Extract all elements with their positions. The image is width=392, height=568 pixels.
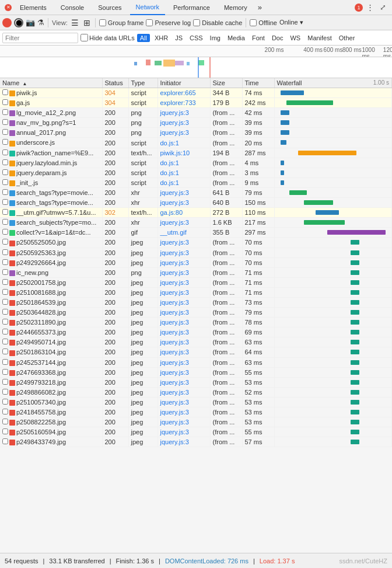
initiator-cell[interactable]: piwik.js:10 [158,148,210,158]
row-checkbox[interactable] [2,369,8,375]
preserve-log-checkbox[interactable] [146,19,153,26]
table-row[interactable]: jquery.deparam.js200scriptdo.js:1(from .… [0,168,392,177]
initiator-link[interactable]: do.js:1 [160,169,179,176]
table-row[interactable]: p2510081688.jpg200jpegjquery.js:3(from .… [0,287,392,297]
camera-icon[interactable]: 📷 [26,18,35,27]
close-button[interactable]: ✕ [5,4,12,11]
table-row[interactable]: p2494950714.jpg200jpegjquery.js:3(from .… [0,337,392,347]
row-checkbox[interactable] [2,189,8,195]
table-row[interactable]: piwik?action_name=%E9...200text/h...piwi… [0,148,392,158]
table-row[interactable]: nav_mv_bg.png?s=1200pngjquery.js:3(from … [0,118,392,128]
tab-sources[interactable]: Sources [92,0,127,15]
initiator-link[interactable]: jquery.js:3 [160,409,189,416]
tab-elements[interactable]: Elements [14,0,52,15]
table-row[interactable]: jquery.lazyload.min.js200scriptdo.js:1(f… [0,158,392,168]
filter-icon[interactable]: ⚗ [37,18,44,27]
initiator-link[interactable]: jquery.js:3 [160,309,189,316]
initiator-cell[interactable]: jquery.js:3 [158,308,210,318]
initiator-cell[interactable]: jquery.js:3 [158,367,210,377]
filter-manifest-button[interactable]: Manifest [305,34,334,42]
tab-memory[interactable]: Memory [218,0,253,15]
table-row[interactable]: piwik.js304scriptexplorer:665344 B74 ms [0,88,392,98]
table-row[interactable]: p2446655373.jpg200jpegjquery.js:3(from .… [0,327,392,337]
table-row[interactable]: p2502311890.jpg200jpegjquery.js:3(from .… [0,318,392,327]
initiator-link[interactable]: jquery.js:3 [160,299,189,306]
filter-css-button[interactable]: CSS [187,34,205,42]
initiator-cell[interactable]: jquery.js:3 [158,238,210,248]
table-row[interactable]: p2508822258.jpg200jpegjquery.js:3(from .… [0,417,392,427]
online-dropdown[interactable]: Online ▾ [279,19,303,26]
filter-xhr-button[interactable]: XHR [152,34,170,42]
row-checkbox[interactable] [2,149,8,155]
initiator-link[interactable]: jquery.js:3 [160,419,189,426]
table-row[interactable]: ga.js304scriptexplorer:733179 B242 ms [0,98,392,108]
initiator-cell[interactable]: jquery.js:3 [158,218,210,228]
table-row[interactable]: p2492926664.jpg200jpegjquery.js:3(from .… [0,257,392,267]
row-checkbox[interactable] [2,409,8,414]
col-type-header[interactable]: Type [128,78,158,88]
initiator-cell[interactable]: jquery.js:3 [158,287,210,297]
row-checkbox[interactable] [2,379,8,385]
initiator-cell[interactable]: do.js:1 [158,177,210,187]
row-checkbox[interactable] [2,289,8,295]
group-frame-checkbox[interactable] [99,19,106,26]
initiator-link[interactable]: do.js:1 [160,140,179,147]
row-checkbox[interactable] [2,249,8,255]
initiator-link[interactable]: jquery.js:3 [160,199,189,206]
filter-doc-button[interactable]: Doc [270,34,286,42]
initiator-cell[interactable]: __utm.gif [158,228,210,238]
initiator-cell[interactable]: jquery.js:3 [158,437,210,447]
row-checkbox[interactable] [2,159,8,165]
initiator-link[interactable]: jquery.js:3 [160,379,189,386]
tab-network[interactable]: Network [130,0,165,15]
filter-font-button[interactable]: Font [250,34,267,42]
undock-button[interactable]: ⤢ [377,2,388,13]
hide-data-urls-label[interactable]: Hide data URLs [80,34,135,41]
filter-media-button[interactable]: Media [225,34,247,42]
preserve-log-label[interactable]: Preserve log [146,19,191,26]
initiator-link[interactable]: jquery.js:3 [160,239,189,246]
more-options-button[interactable]: ⋮ [364,2,376,13]
group-frame-label[interactable]: Group frame [99,19,144,26]
list-view-button[interactable]: ☰ [70,18,80,27]
tab-overflow[interactable]: » [256,3,264,12]
row-checkbox[interactable] [2,399,8,405]
disable-cache-checkbox[interactable] [193,19,200,26]
row-checkbox[interactable] [2,359,8,365]
col-size-header[interactable]: Size [210,78,242,88]
initiator-cell[interactable]: jquery.js:3 [158,257,210,267]
filter-all-button[interactable]: All [137,34,150,42]
row-checkbox[interactable] [2,269,8,275]
table-row[interactable]: p2502001758.jpg200jpegjquery.js:3(from .… [0,277,392,287]
initiator-cell[interactable]: jquery.js:3 [158,347,210,357]
row-checkbox[interactable] [2,428,8,434]
table-row[interactable]: p2505160594.jpg200jpegjquery.js:3(from .… [0,427,392,437]
row-checkbox[interactable] [2,239,8,245]
table-row[interactable]: p2501863104.jpg200jpegjquery.js:3(from .… [0,347,392,357]
row-checkbox[interactable] [2,279,8,285]
tab-performance[interactable]: Performance [167,0,216,15]
record-button[interactable] [2,18,12,27]
tab-console[interactable]: Console [55,0,90,15]
filter-input[interactable] [2,33,78,43]
initiator-link[interactable]: explorer:665 [160,89,196,96]
initiator-cell[interactable]: explorer:665 [158,88,210,98]
row-checkbox[interactable] [2,179,8,185]
filter-other-button[interactable]: Other [337,34,358,42]
initiator-link[interactable]: ga.js:80 [160,209,183,216]
disable-cache-label[interactable]: Disable cache [193,19,242,26]
table-row[interactable]: _init_.js200scriptdo.js:1(from ...9 ms [0,177,392,187]
table-row[interactable]: p2510057340.jpg200jpegjquery.js:3(from .… [0,397,392,407]
initiator-cell[interactable]: jquery.js:3 [158,357,210,367]
row-checkbox[interactable] [2,319,8,325]
initiator-link[interactable]: jquery.js:3 [160,339,189,346]
table-row[interactable]: p2476693368.jpg200jpegjquery.js:3(from .… [0,367,392,377]
row-checkbox[interactable] [2,109,8,115]
initiator-cell[interactable]: explorer:733 [158,98,210,108]
initiator-cell[interactable]: do.js:1 [158,168,210,177]
table-row[interactable]: __utm.gif?utmwv=5.7.1&u...302text/h...ga… [0,208,392,218]
row-checkbox[interactable] [2,119,8,125]
initiator-link[interactable]: jquery.js:3 [160,219,189,226]
initiator-link[interactable]: jquery.js:3 [160,119,189,126]
row-checkbox[interactable] [2,259,8,265]
